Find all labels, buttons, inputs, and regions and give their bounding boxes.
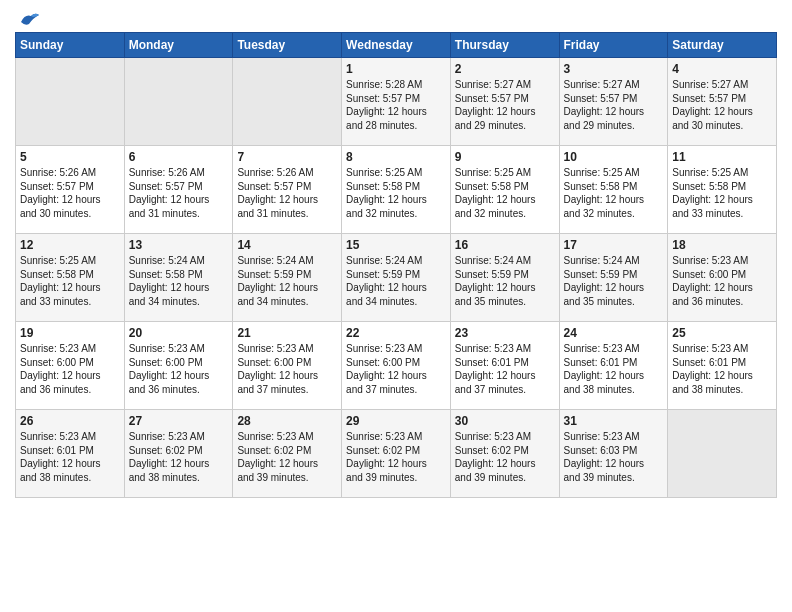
day-number: 31 (564, 414, 664, 428)
sunrise-text: Sunrise: 5:23 AM (672, 255, 748, 266)
daylight-text: Daylight: 12 hours and 33 minutes. (672, 194, 753, 219)
sunset-text: Sunset: 5:58 PM (455, 181, 529, 192)
day-number: 4 (672, 62, 772, 76)
sunset-text: Sunset: 6:02 PM (129, 445, 203, 456)
calendar-cell: 29 Sunrise: 5:23 AM Sunset: 6:02 PM Dayl… (342, 410, 451, 498)
daylight-text: Daylight: 12 hours and 36 minutes. (672, 282, 753, 307)
sunrise-text: Sunrise: 5:23 AM (455, 343, 531, 354)
sunrise-text: Sunrise: 5:25 AM (564, 167, 640, 178)
sunset-text: Sunset: 6:02 PM (237, 445, 311, 456)
sunset-text: Sunset: 5:57 PM (455, 93, 529, 104)
day-number: 2 (455, 62, 555, 76)
daylight-text: Daylight: 12 hours and 32 minutes. (346, 194, 427, 219)
weekday-header-monday: Monday (124, 33, 233, 58)
sunrise-text: Sunrise: 5:25 AM (672, 167, 748, 178)
daylight-text: Daylight: 12 hours and 34 minutes. (237, 282, 318, 307)
day-number: 6 (129, 150, 229, 164)
daylight-text: Daylight: 12 hours and 32 minutes. (564, 194, 645, 219)
day-number: 7 (237, 150, 337, 164)
sunrise-text: Sunrise: 5:25 AM (455, 167, 531, 178)
sunset-text: Sunset: 5:57 PM (20, 181, 94, 192)
sunset-text: Sunset: 5:57 PM (237, 181, 311, 192)
logo (15, 10, 39, 26)
sunrise-text: Sunrise: 5:26 AM (129, 167, 205, 178)
calendar-cell: 6 Sunrise: 5:26 AM Sunset: 5:57 PM Dayli… (124, 146, 233, 234)
sunset-text: Sunset: 6:02 PM (346, 445, 420, 456)
day-number: 23 (455, 326, 555, 340)
daylight-text: Daylight: 12 hours and 37 minutes. (346, 370, 427, 395)
sunrise-text: Sunrise: 5:23 AM (455, 431, 531, 442)
daylight-text: Daylight: 12 hours and 36 minutes. (129, 370, 210, 395)
calendar-cell: 2 Sunrise: 5:27 AM Sunset: 5:57 PM Dayli… (450, 58, 559, 146)
day-number: 19 (20, 326, 120, 340)
weekday-header-wednesday: Wednesday (342, 33, 451, 58)
sunset-text: Sunset: 5:58 PM (20, 269, 94, 280)
sunrise-text: Sunrise: 5:24 AM (455, 255, 531, 266)
day-number: 29 (346, 414, 446, 428)
daylight-text: Daylight: 12 hours and 30 minutes. (672, 106, 753, 131)
sunrise-text: Sunrise: 5:23 AM (564, 431, 640, 442)
day-number: 9 (455, 150, 555, 164)
calendar-cell: 14 Sunrise: 5:24 AM Sunset: 5:59 PM Dayl… (233, 234, 342, 322)
weekday-header-thursday: Thursday (450, 33, 559, 58)
sunrise-text: Sunrise: 5:27 AM (672, 79, 748, 90)
sunrise-text: Sunrise: 5:23 AM (129, 431, 205, 442)
day-number: 22 (346, 326, 446, 340)
calendar-cell: 30 Sunrise: 5:23 AM Sunset: 6:02 PM Dayl… (450, 410, 559, 498)
sunset-text: Sunset: 6:01 PM (564, 357, 638, 368)
sunset-text: Sunset: 6:01 PM (455, 357, 529, 368)
day-number: 20 (129, 326, 229, 340)
day-number: 21 (237, 326, 337, 340)
day-number: 25 (672, 326, 772, 340)
daylight-text: Daylight: 12 hours and 38 minutes. (129, 458, 210, 483)
calendar-week-row: 19 Sunrise: 5:23 AM Sunset: 6:00 PM Dayl… (16, 322, 777, 410)
page-header (15, 10, 777, 26)
calendar-cell (16, 58, 125, 146)
calendar-cell: 31 Sunrise: 5:23 AM Sunset: 6:03 PM Dayl… (559, 410, 668, 498)
sunrise-text: Sunrise: 5:23 AM (237, 343, 313, 354)
weekday-header-tuesday: Tuesday (233, 33, 342, 58)
sunrise-text: Sunrise: 5:23 AM (129, 343, 205, 354)
sunrise-text: Sunrise: 5:23 AM (237, 431, 313, 442)
weekday-header-row: SundayMondayTuesdayWednesdayThursdayFrid… (16, 33, 777, 58)
day-number: 10 (564, 150, 664, 164)
weekday-header-sunday: Sunday (16, 33, 125, 58)
daylight-text: Daylight: 12 hours and 29 minutes. (564, 106, 645, 131)
sunset-text: Sunset: 6:00 PM (20, 357, 94, 368)
sunset-text: Sunset: 5:57 PM (564, 93, 638, 104)
calendar-cell: 13 Sunrise: 5:24 AM Sunset: 5:58 PM Dayl… (124, 234, 233, 322)
calendar-cell: 28 Sunrise: 5:23 AM Sunset: 6:02 PM Dayl… (233, 410, 342, 498)
daylight-text: Daylight: 12 hours and 35 minutes. (455, 282, 536, 307)
day-number: 28 (237, 414, 337, 428)
calendar-cell (233, 58, 342, 146)
day-number: 15 (346, 238, 446, 252)
calendar-cell: 7 Sunrise: 5:26 AM Sunset: 5:57 PM Dayli… (233, 146, 342, 234)
sunset-text: Sunset: 6:00 PM (346, 357, 420, 368)
daylight-text: Daylight: 12 hours and 37 minutes. (455, 370, 536, 395)
calendar-cell: 17 Sunrise: 5:24 AM Sunset: 5:59 PM Dayl… (559, 234, 668, 322)
calendar-cell: 19 Sunrise: 5:23 AM Sunset: 6:00 PM Dayl… (16, 322, 125, 410)
daylight-text: Daylight: 12 hours and 38 minutes. (672, 370, 753, 395)
sunset-text: Sunset: 5:58 PM (564, 181, 638, 192)
calendar-cell: 1 Sunrise: 5:28 AM Sunset: 5:57 PM Dayli… (342, 58, 451, 146)
daylight-text: Daylight: 12 hours and 30 minutes. (20, 194, 101, 219)
day-number: 8 (346, 150, 446, 164)
day-number: 13 (129, 238, 229, 252)
sunrise-text: Sunrise: 5:26 AM (20, 167, 96, 178)
sunset-text: Sunset: 5:57 PM (129, 181, 203, 192)
calendar-cell: 20 Sunrise: 5:23 AM Sunset: 6:00 PM Dayl… (124, 322, 233, 410)
daylight-text: Daylight: 12 hours and 36 minutes. (20, 370, 101, 395)
calendar-cell: 3 Sunrise: 5:27 AM Sunset: 5:57 PM Dayli… (559, 58, 668, 146)
calendar-week-row: 26 Sunrise: 5:23 AM Sunset: 6:01 PM Dayl… (16, 410, 777, 498)
day-number: 17 (564, 238, 664, 252)
sunset-text: Sunset: 5:58 PM (672, 181, 746, 192)
daylight-text: Daylight: 12 hours and 28 minutes. (346, 106, 427, 131)
calendar-cell: 8 Sunrise: 5:25 AM Sunset: 5:58 PM Dayli… (342, 146, 451, 234)
sunset-text: Sunset: 5:57 PM (346, 93, 420, 104)
day-number: 12 (20, 238, 120, 252)
sunset-text: Sunset: 5:59 PM (237, 269, 311, 280)
sunrise-text: Sunrise: 5:23 AM (564, 343, 640, 354)
calendar-cell: 26 Sunrise: 5:23 AM Sunset: 6:01 PM Dayl… (16, 410, 125, 498)
weekday-header-friday: Friday (559, 33, 668, 58)
sunrise-text: Sunrise: 5:28 AM (346, 79, 422, 90)
